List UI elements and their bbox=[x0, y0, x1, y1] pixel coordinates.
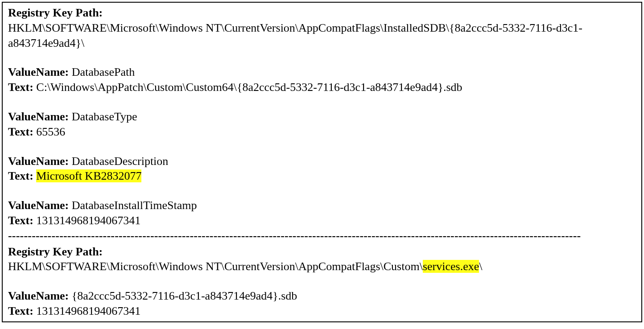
label-value-name: ValueName: bbox=[8, 110, 69, 123]
section-2-key-path-prefix: HKLM\SOFTWARE\Microsoft\Windows NT\Curre… bbox=[8, 260, 423, 273]
section-2-value-1: ValueName: {8a2ccc5d-5332-7116-d3c1-a843… bbox=[8, 288, 636, 319]
label-registry-key-path: Registry Key Path: bbox=[8, 6, 103, 19]
highlighted-text: Microsoft KB2832077 bbox=[36, 169, 141, 182]
registry-text-box: Registry Key Path: HKLM\SOFTWARE\Microso… bbox=[2, 2, 642, 322]
section-1-value-4: ValueName: DatabaseInstallTimeStamp Text… bbox=[8, 198, 636, 228]
value-name-text: DatabaseInstallTimeStamp bbox=[72, 199, 197, 212]
section-1-value-1: ValueName: DatabasePath Text: C:\Windows… bbox=[8, 65, 636, 95]
label-value-name: ValueName: bbox=[8, 199, 69, 212]
value-name-text: DatabasePath bbox=[72, 66, 135, 78]
section-2-key-path: Registry Key Path: HKLM\SOFTWARE\Microso… bbox=[8, 244, 636, 275]
separator-line: ----------------------------------------… bbox=[8, 228, 636, 243]
label-value-name: ValueName: bbox=[8, 66, 69, 78]
text-value: 131314968194067341 bbox=[36, 214, 140, 227]
highlighted-text: services.exe bbox=[423, 260, 479, 273]
label-text: Text: bbox=[8, 125, 33, 138]
value-name-text: {8a2ccc5d-5332-7116-d3c1-a843714e9ad4}.s… bbox=[72, 289, 297, 302]
label-value-name: ValueName: bbox=[8, 289, 69, 302]
value-name-text: DatabaseType bbox=[72, 110, 137, 123]
label-text: Text: bbox=[8, 169, 33, 182]
label-text: Text: bbox=[8, 81, 33, 94]
section-1-key-path: Registry Key Path: HKLM\SOFTWARE\Microso… bbox=[8, 5, 636, 50]
label-value-name: ValueName: bbox=[8, 155, 69, 168]
label-text: Text: bbox=[8, 214, 33, 227]
label-text: Text: bbox=[8, 304, 33, 317]
section-2-key-path-suffix: \ bbox=[479, 260, 482, 273]
text-value: 131314968194067341 bbox=[36, 304, 140, 317]
text-value: 65536 bbox=[36, 125, 65, 138]
value-name-text: DatabaseDescription bbox=[72, 155, 169, 168]
section-1-value-2: ValueName: DatabaseType Text: 65536 bbox=[8, 109, 636, 140]
section-1-key-path-value: HKLM\SOFTWARE\Microsoft\Windows NT\Curre… bbox=[8, 21, 582, 49]
label-registry-key-path: Registry Key Path: bbox=[8, 245, 103, 258]
section-1-value-3: ValueName: DatabaseDescription Text: Mic… bbox=[8, 154, 636, 184]
text-value: C:\Windows\AppPatch\Custom\Custom64\{8a2… bbox=[36, 81, 462, 94]
